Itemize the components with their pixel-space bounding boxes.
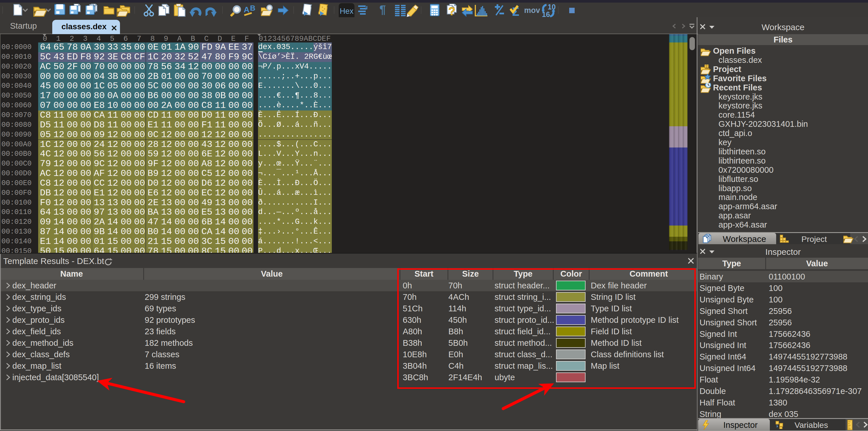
svg-text:10: 10 [548,4,556,11]
svg-text:B: B [250,4,255,12]
svg-text:¶: ¶ [379,4,386,16]
svg-text:A: A [244,5,249,14]
svg-text:?: ? [448,5,455,18]
